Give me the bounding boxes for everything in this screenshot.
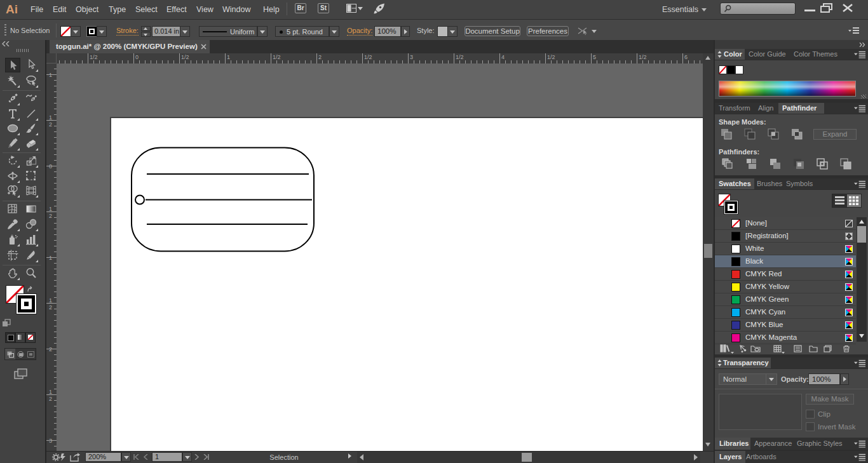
svg-text:2: 2 [49, 121, 52, 128]
svg-text:2: 2 [49, 213, 52, 219]
svg-text:0: 0 [49, 163, 52, 170]
svg-text:4: 4 [501, 54, 505, 60]
svg-text:6: 6 [684, 54, 688, 60]
svg-text:1/2: 1/2 [273, 54, 281, 60]
svg-text:1/2: 1/2 [181, 54, 189, 60]
svg-text:3: 3 [49, 438, 52, 444]
svg-text:1/2: 1/2 [547, 54, 555, 60]
svg-text:1/2: 1/2 [456, 54, 464, 60]
svg-text:1/2: 1/2 [90, 54, 98, 60]
svg-text:2: 2 [49, 304, 52, 311]
svg-text:1/2: 1/2 [364, 54, 372, 60]
svg-text:1: 1 [49, 206, 52, 212]
svg-text:3: 3 [410, 54, 413, 60]
svg-text:1: 1 [49, 114, 52, 121]
svg-text:1: 1 [227, 54, 230, 60]
svg-text:1: 1 [49, 389, 52, 395]
svg-text:5: 5 [593, 54, 596, 60]
svg-text:0: 0 [135, 54, 139, 60]
svg-text:1: 1 [49, 72, 52, 78]
svg-text:2: 2 [49, 396, 52, 402]
svg-text:1: 1 [49, 255, 52, 261]
svg-text:2: 2 [49, 346, 52, 352]
svg-text:1: 1 [49, 297, 52, 304]
svg-text:1/2: 1/2 [639, 54, 647, 60]
svg-text:2: 2 [318, 54, 322, 60]
